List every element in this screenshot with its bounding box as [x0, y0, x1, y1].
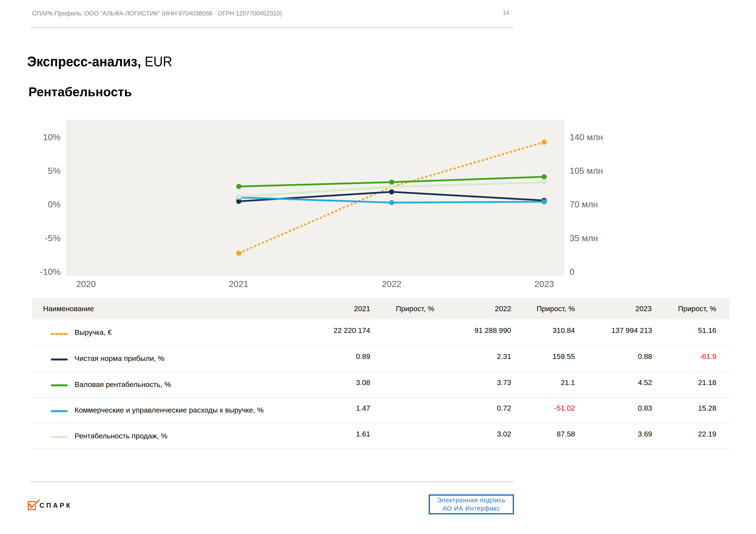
svg-text:2021: 2021 [229, 279, 248, 289]
svg-text:70 млн: 70 млн [570, 199, 598, 209]
svg-text:35 млн: 35 млн [570, 233, 598, 243]
svg-text:2020: 2020 [76, 279, 96, 289]
svg-text:10%: 10% [43, 132, 61, 142]
svg-text:-10%: -10% [40, 267, 61, 277]
svg-text:СПАРК: СПАРК [40, 502, 72, 509]
svg-text:2022: 2022 [382, 279, 401, 289]
svg-text:5%: 5% [48, 166, 61, 176]
svg-text:140 млн: 140 млн [570, 132, 603, 142]
svg-text:2023: 2023 [534, 279, 554, 289]
svg-text:105 млн: 105 млн [570, 166, 603, 176]
svg-text:-5%: -5% [45, 233, 61, 243]
svg-text:0: 0 [570, 267, 575, 277]
svg-text:0%: 0% [48, 199, 61, 209]
